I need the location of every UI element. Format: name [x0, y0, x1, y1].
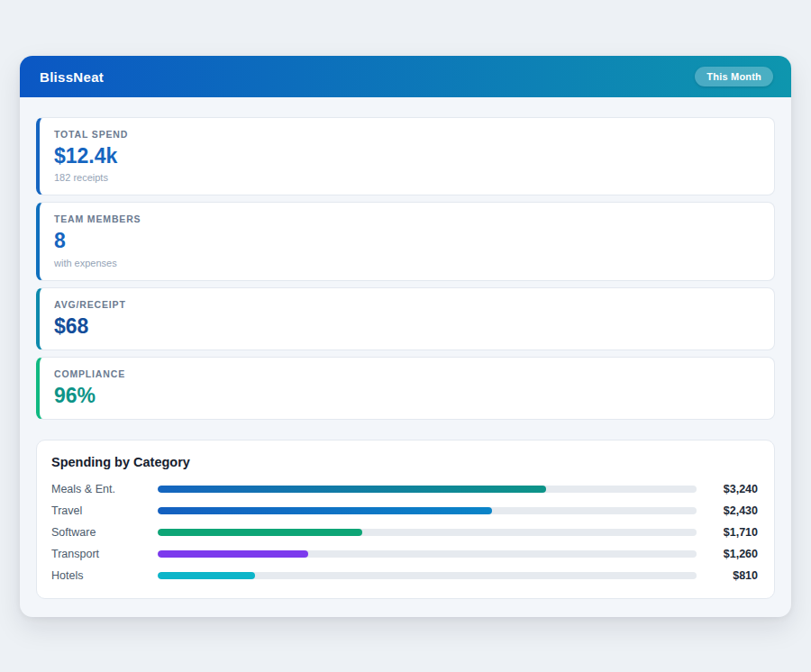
panel-header: BlissNeat This Month	[20, 56, 791, 97]
spending-card-title: Spending by Category	[51, 455, 758, 469]
category-bar	[158, 572, 255, 579]
stat-sub: with expenses	[54, 258, 760, 268]
period-badge[interactable]: This Month	[695, 67, 773, 86]
stat-card-team-members: TEAM MEMBERS 8 with expenses	[36, 202, 775, 280]
stat-value: $12.4k	[54, 145, 760, 168]
category-row-hotels: Hotels $810	[51, 569, 758, 582]
category-bar-track	[158, 572, 697, 579]
category-amount: $3,240	[697, 483, 758, 495]
page: BlissNeat This Month TOTAL SPEND $12.4k …	[0, 0, 811, 672]
stat-label: TEAM MEMBERS	[54, 213, 760, 224]
stat-card-compliance: COMPLIANCE 96%	[36, 357, 775, 420]
category-label: Software	[51, 526, 158, 539]
stat-value: 8	[54, 230, 760, 252]
stat-card-avg-receipt: AVG/RECEIPT $68	[36, 287, 775, 350]
stat-label: AVG/RECEIPT	[54, 299, 760, 310]
spending-by-category-card: Spending by Category Meals & Ent. $3,240…	[36, 440, 775, 599]
category-label: Hotels	[51, 569, 158, 582]
category-amount: $2,430	[697, 504, 758, 517]
stat-sub: 182 receipts	[54, 172, 760, 183]
category-bar-track	[158, 550, 697, 558]
category-label: Meals & Ent.	[51, 483, 158, 495]
category-label: Transport	[51, 548, 158, 560]
category-amount: $1,710	[697, 526, 758, 539]
category-bar	[158, 507, 492, 514]
app-title: BlissNeat	[40, 69, 104, 85]
category-bar-track	[158, 486, 697, 493]
category-row-travel: Travel $2,430	[51, 504, 758, 517]
category-bar	[158, 486, 546, 493]
stat-label: COMPLIANCE	[54, 368, 760, 379]
category-amount: $1,260	[697, 548, 758, 560]
stats-section: TOTAL SPEND $12.4k 182 receipts TEAM MEM…	[36, 117, 775, 420]
category-row-software: Software $1,710	[51, 526, 758, 539]
stat-value: $68	[54, 315, 760, 338]
category-row-transport: Transport $1,260	[51, 548, 758, 560]
category-bar-track	[158, 529, 697, 536]
category-bar-track	[158, 507, 697, 514]
category-label: Travel	[51, 504, 158, 517]
category-amount: $810	[697, 569, 758, 582]
stat-value: 96%	[54, 385, 760, 407]
stat-label: TOTAL SPEND	[54, 129, 760, 140]
category-rows: Meals & Ent. $3,240 Travel $2,430	[51, 483, 758, 582]
stat-card-total-spend: TOTAL SPEND $12.4k 182 receipts	[36, 117, 775, 195]
category-row-meals: Meals & Ent. $3,240	[51, 483, 758, 495]
category-bar	[158, 529, 362, 536]
expense-dashboard-panel: BlissNeat This Month TOTAL SPEND $12.4k …	[20, 56, 791, 617]
panel-body: TOTAL SPEND $12.4k 182 receipts TEAM MEM…	[20, 97, 791, 617]
category-bar	[158, 550, 308, 558]
